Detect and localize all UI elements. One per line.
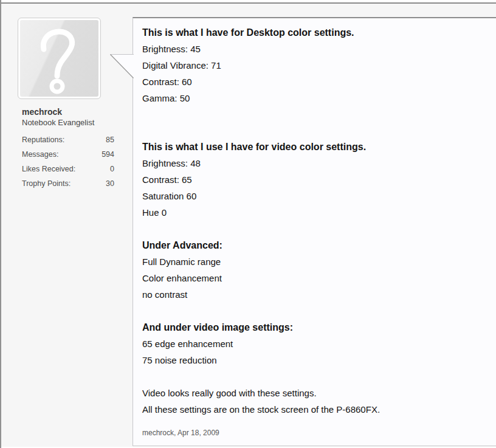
section-closing: Video looks really good with these setti… xyxy=(142,385,483,418)
section-advanced: Under Advanced: Full Dynamic range Color… xyxy=(142,237,483,303)
speech-arrow-icon xyxy=(110,54,134,78)
user-stats: Reputations: 85 Messages: 594 Likes Rece… xyxy=(22,136,114,188)
post-line: no contrast xyxy=(142,286,483,303)
post-line: Contrast: 60 xyxy=(142,74,483,90)
avatar-image xyxy=(20,20,98,97)
stat-value: 85 xyxy=(106,136,114,145)
stat-value: 30 xyxy=(106,179,114,188)
section-video-color: This is what I use I have for video colo… xyxy=(142,139,483,221)
stat-value: 594 xyxy=(102,150,114,159)
section-video-image: And under video image settings: 65 edge … xyxy=(142,319,483,368)
post-footer: mechrock, Apr 18, 2009 xyxy=(142,428,483,438)
avatar[interactable] xyxy=(18,18,101,99)
message-body: This is what I have for Desktop color se… xyxy=(142,24,483,418)
post-line: 75 noise reduction xyxy=(142,352,483,368)
post-line: Saturation 60 xyxy=(142,188,483,204)
stat-label: Likes Received: xyxy=(22,165,75,174)
section-desktop-color: This is what I have for Desktop color se… xyxy=(142,24,483,106)
section-heading: And under video image settings: xyxy=(142,319,483,336)
post-line: Brightness: 48 xyxy=(142,155,483,171)
stat-label: Reputations: xyxy=(22,136,64,145)
post-line: 65 edge enhancement xyxy=(142,336,483,352)
post-line: All these settings are on the stock scre… xyxy=(142,401,483,418)
post-line: Hue 0 xyxy=(142,204,483,221)
footer-author-link[interactable]: mechrock xyxy=(142,429,174,437)
section-heading: Under Advanced: xyxy=(142,237,483,253)
user-title: Notebook Evangelist xyxy=(22,117,125,128)
post-line: Gamma: 50 xyxy=(142,90,483,106)
stat-row-reputations: Reputations: 85 xyxy=(22,136,114,145)
message-bubble: This is what I have for Desktop color se… xyxy=(133,17,496,446)
post-line: Full Dynamic range xyxy=(142,253,483,270)
section-heading: This is what I have for Desktop color se… xyxy=(142,24,483,41)
post-line: Color enhancement xyxy=(142,270,483,286)
user-info-sidebar: mechrock Notebook Evangelist Reputations… xyxy=(1,4,133,194)
post-line: Digital Vibrance: 71 xyxy=(142,57,483,74)
stat-row-messages: Messages: 594 xyxy=(22,150,114,159)
stat-label: Trophy Points: xyxy=(22,179,71,188)
forum-post: mechrock Notebook Evangelist Reputations… xyxy=(1,2,496,447)
stat-label: Messages: xyxy=(22,150,58,159)
question-mark-icon xyxy=(21,21,98,95)
post-line: Contrast: 65 xyxy=(142,171,483,188)
thread-container: mechrock Notebook Evangelist Reputations… xyxy=(0,0,496,448)
post-line: Brightness: 45 xyxy=(142,41,483,57)
stat-row-likes: Likes Received: 0 xyxy=(22,165,114,174)
post-line: Video looks really good with these setti… xyxy=(142,385,483,401)
username-link[interactable]: mechrock xyxy=(22,107,125,117)
section-heading: This is what I use I have for video colo… xyxy=(142,139,483,155)
footer-date-link[interactable]: Apr 18, 2009 xyxy=(177,429,219,437)
stat-value: 0 xyxy=(110,165,114,174)
stat-row-trophy: Trophy Points: 30 xyxy=(22,179,114,188)
